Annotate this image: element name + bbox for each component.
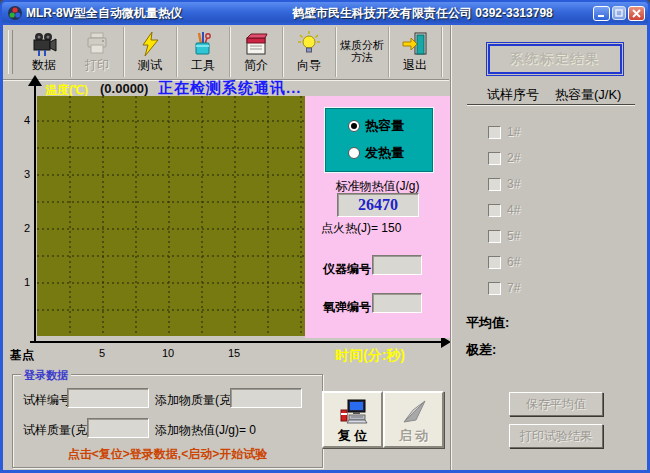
print-button[interactable]: 打印 [71, 27, 124, 77]
x-origin-label: 基点 [10, 347, 34, 364]
start-button[interactable]: 启 动 [383, 391, 444, 448]
x-tick-5: 5 [99, 347, 105, 359]
std-heat-input[interactable]: 26470 [337, 193, 419, 217]
y-tick-2: 2 [12, 222, 30, 234]
title-bar[interactable]: MLR-8W型全自动微机量热仪 鹤壁市民生科技开发有限责任公司 0392-331… [2, 2, 648, 24]
grid-lines [37, 96, 305, 336]
calorific-value-option[interactable]: 发热量 [326, 144, 432, 162]
computer-reset-icon [324, 397, 381, 427]
toolbar: 数据 打印 测试 [3, 25, 449, 80]
login-data-title: 登录数据 [21, 368, 71, 383]
data-button[interactable]: 数据 [18, 27, 71, 77]
sample-7-label: 7# [507, 281, 520, 295]
instrument-id-input[interactable] [372, 255, 422, 275]
app-window: MLR-8W型全自动微机量热仪 鹤壁市民生科技开发有限责任公司 0392-331… [0, 0, 650, 473]
sample-row-7: 7# [488, 281, 520, 295]
close-button[interactable] [628, 6, 645, 21]
exit-door-icon [389, 29, 441, 59]
additive-mass-input[interactable] [230, 388, 302, 408]
additive-mass-label: 添加物质量(克) [155, 392, 235, 409]
data-button-label: 数据 [18, 59, 70, 72]
y-tick-4: 4 [12, 114, 30, 126]
heat-capacity-option[interactable]: 热容量 [326, 117, 432, 135]
calorific-value-label: 发热量 [365, 144, 404, 162]
maximize-button[interactable] [612, 6, 626, 20]
sample-7-checkbox[interactable] [488, 282, 501, 295]
instrument-id-label: 仪器编号 [323, 261, 371, 278]
sample-mass-input[interactable] [87, 418, 149, 438]
sample-id-input[interactable] [67, 388, 149, 408]
mode-select-box: 热容量 发热量 [325, 108, 433, 172]
sample-row-3: 3# [488, 177, 520, 191]
print-results-button[interactable]: 打印试验结果 [509, 424, 603, 448]
sample-id-label: 试样编号 [23, 392, 71, 409]
calibration-results-button[interactable]: 系统标定结果 [488, 44, 622, 74]
toolbar-grip[interactable] [8, 30, 13, 74]
ignition-heat-label: 点火热(J)= 150 [321, 220, 401, 237]
printer-icon [71, 29, 123, 59]
exit-button[interactable]: 退出 [389, 27, 442, 77]
sample-1-checkbox[interactable] [488, 126, 501, 139]
time-axis-label: 时间(分:秒) [335, 347, 405, 365]
settings-panel: 热容量 发热量 标准物热值(J/g) 26470 点火热(J)= 150 仪器编… [305, 96, 450, 338]
sample-4-checkbox[interactable] [488, 204, 501, 217]
tools-icon [177, 29, 229, 59]
tools-button[interactable]: 工具 [177, 27, 230, 77]
tools-button-label: 工具 [177, 59, 229, 72]
reset-button-label: 复 位 [324, 427, 381, 445]
window-title: MLR-8W型全自动微机量热仪 [26, 5, 182, 22]
lightning-icon [124, 29, 176, 59]
sample-3-label: 3# [507, 177, 520, 191]
test-button[interactable]: 测试 [124, 27, 177, 77]
company-text: 鹤壁市民生科技开发有限责任公司 0392-3313798 [292, 5, 553, 22]
exit-button-label: 退出 [389, 59, 441, 72]
client-area: 数据 打印 测试 [3, 25, 647, 470]
app-icon [7, 5, 23, 21]
sample-4-label: 4# [507, 203, 520, 217]
start-arrow-icon [385, 397, 442, 427]
sample-row-2: 2# [488, 151, 520, 165]
minimize-button[interactable] [593, 6, 610, 21]
sample-1-label: 1# [507, 125, 520, 139]
range-label: 极差: [466, 341, 496, 359]
intro-button-label: 简介 [230, 59, 282, 72]
heat-capacity-label: 热容量 [365, 117, 404, 135]
sample-number-header: 试样序号 [487, 86, 539, 104]
start-button-label: 启 动 [385, 427, 442, 445]
bulb-icon [283, 29, 335, 59]
sample-row-6: 6# [488, 255, 520, 269]
additive-heat-label: 添加物热值(J/g)= 0 [155, 422, 256, 439]
print-button-label: 打印 [71, 59, 123, 72]
sample-3-checkbox[interactable] [488, 178, 501, 191]
reset-button[interactable]: 复 位 [322, 391, 383, 448]
average-label: 平均值: [466, 314, 509, 332]
coal-analysis-label-line1: 煤质分析 [340, 39, 384, 51]
window-controls [593, 6, 645, 21]
close-icon [632, 9, 641, 18]
sample-row-4: 4# [488, 203, 520, 217]
y-tick-3: 3 [12, 168, 30, 180]
login-data-group: 登录数据 试样编号 添加物质量(克) 试样质量(克) 添加物热值(J/g)= 0… [12, 374, 323, 468]
calorific-value-radio[interactable] [348, 147, 360, 159]
save-average-button[interactable]: 保存平均值 [509, 392, 603, 416]
x-axis-line [30, 341, 444, 343]
coal-analysis-label-line2: 方法 [351, 51, 373, 63]
sample-5-checkbox[interactable] [488, 230, 501, 243]
instruction-note: 点击<复位>登录数据,<启动>开始试验 [13, 446, 322, 463]
heat-capacity-radio[interactable] [348, 120, 360, 132]
camera-icon [18, 29, 70, 59]
sample-2-checkbox[interactable] [488, 152, 501, 165]
bomb-id-label: 氧弹编号 [323, 299, 371, 316]
bomb-id-input[interactable] [372, 293, 422, 313]
sample-5-label: 5# [507, 229, 520, 243]
wizard-button[interactable]: 向导 [283, 27, 336, 77]
x-tick-15: 15 [228, 347, 240, 359]
sample-6-checkbox[interactable] [488, 256, 501, 269]
coal-analysis-button[interactable]: 煤质分析 方法 [336, 27, 389, 77]
intro-button[interactable]: 简介 [230, 27, 283, 77]
wizard-button-label: 向导 [283, 59, 335, 72]
y-axis-line [34, 86, 36, 343]
x-tick-10: 10 [162, 347, 174, 359]
minimize-icon [597, 9, 606, 18]
y-tick-1: 1 [12, 276, 30, 288]
